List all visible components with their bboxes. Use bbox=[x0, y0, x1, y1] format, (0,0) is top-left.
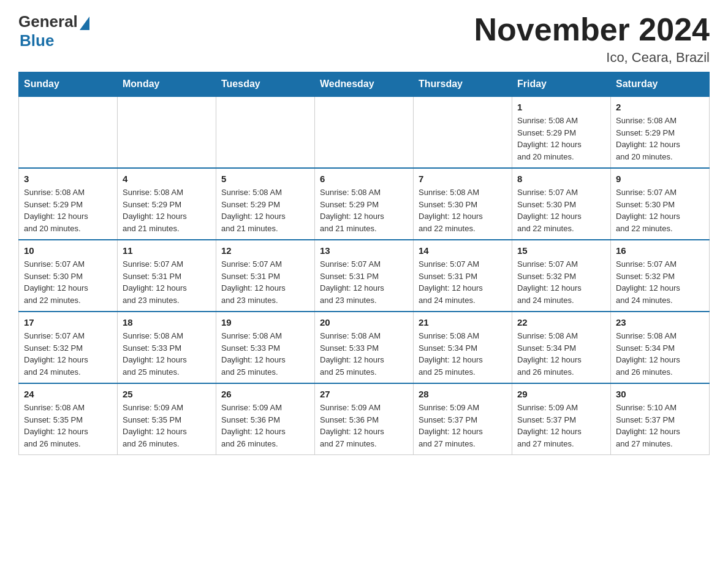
day-info: Sunrise: 5:09 AM Sunset: 5:37 PM Dayligh… bbox=[419, 402, 507, 450]
day-info: Sunrise: 5:08 AM Sunset: 5:30 PM Dayligh… bbox=[419, 186, 507, 234]
calendar-cell: 25Sunrise: 5:09 AM Sunset: 5:35 PM Dayli… bbox=[118, 383, 216, 455]
weekday-header-thursday: Thursday bbox=[414, 72, 512, 97]
day-info: Sunrise: 5:08 AM Sunset: 5:34 PM Dayligh… bbox=[517, 330, 605, 378]
day-info: Sunrise: 5:08 AM Sunset: 5:33 PM Dayligh… bbox=[123, 330, 211, 378]
day-number: 24 bbox=[24, 389, 112, 399]
day-number: 25 bbox=[123, 389, 211, 399]
calendar-week-row: 24Sunrise: 5:08 AM Sunset: 5:35 PM Dayli… bbox=[19, 383, 710, 455]
calendar-cell: 7Sunrise: 5:08 AM Sunset: 5:30 PM Daylig… bbox=[414, 168, 512, 240]
day-info: Sunrise: 5:07 AM Sunset: 5:31 PM Dayligh… bbox=[320, 258, 408, 306]
day-number: 28 bbox=[419, 389, 507, 399]
logo-blue-text: Blue bbox=[20, 31, 54, 50]
day-number: 30 bbox=[616, 389, 704, 399]
calendar-cell: 5Sunrise: 5:08 AM Sunset: 5:29 PM Daylig… bbox=[216, 168, 315, 240]
calendar-cell: 1Sunrise: 5:08 AM Sunset: 5:29 PM Daylig… bbox=[512, 96, 611, 168]
calendar-cell: 27Sunrise: 5:09 AM Sunset: 5:36 PM Dayli… bbox=[315, 383, 414, 455]
day-info: Sunrise: 5:08 AM Sunset: 5:34 PM Dayligh… bbox=[419, 330, 507, 378]
day-info: Sunrise: 5:09 AM Sunset: 5:35 PM Dayligh… bbox=[123, 402, 211, 450]
calendar-cell bbox=[315, 96, 414, 168]
calendar-cell: 20Sunrise: 5:08 AM Sunset: 5:33 PM Dayli… bbox=[315, 312, 414, 383]
day-number: 20 bbox=[320, 317, 408, 327]
day-number: 21 bbox=[419, 317, 507, 327]
calendar-cell: 18Sunrise: 5:08 AM Sunset: 5:33 PM Dayli… bbox=[118, 312, 216, 383]
weekday-header-saturday: Saturday bbox=[611, 72, 710, 97]
day-number: 16 bbox=[616, 245, 704, 256]
day-number: 7 bbox=[419, 174, 507, 184]
calendar-cell: 28Sunrise: 5:09 AM Sunset: 5:37 PM Dayli… bbox=[414, 383, 512, 455]
calendar-cell: 2Sunrise: 5:08 AM Sunset: 5:29 PM Daylig… bbox=[611, 96, 710, 168]
calendar-cell: 11Sunrise: 5:07 AM Sunset: 5:31 PM Dayli… bbox=[118, 240, 216, 312]
day-info: Sunrise: 5:07 AM Sunset: 5:31 PM Dayligh… bbox=[123, 258, 211, 306]
calendar-cell bbox=[216, 96, 315, 168]
weekday-header-monday: Monday bbox=[118, 72, 216, 97]
day-number: 15 bbox=[517, 245, 605, 256]
calendar-week-row: 10Sunrise: 5:07 AM Sunset: 5:30 PM Dayli… bbox=[19, 240, 710, 312]
calendar-cell bbox=[19, 96, 118, 168]
day-info: Sunrise: 5:08 AM Sunset: 5:29 PM Dayligh… bbox=[616, 115, 704, 163]
calendar-cell: 21Sunrise: 5:08 AM Sunset: 5:34 PM Dayli… bbox=[414, 312, 512, 383]
day-info: Sunrise: 5:07 AM Sunset: 5:32 PM Dayligh… bbox=[616, 258, 704, 306]
day-number: 2 bbox=[616, 102, 704, 112]
day-info: Sunrise: 5:07 AM Sunset: 5:32 PM Dayligh… bbox=[24, 330, 112, 378]
calendar-cell: 15Sunrise: 5:07 AM Sunset: 5:32 PM Dayli… bbox=[512, 240, 611, 312]
calendar-week-row: 17Sunrise: 5:07 AM Sunset: 5:32 PM Dayli… bbox=[19, 312, 710, 383]
day-info: Sunrise: 5:08 AM Sunset: 5:34 PM Dayligh… bbox=[616, 330, 704, 378]
day-info: Sunrise: 5:08 AM Sunset: 5:29 PM Dayligh… bbox=[123, 186, 211, 234]
day-number: 4 bbox=[123, 174, 211, 184]
day-number: 13 bbox=[320, 245, 408, 256]
day-number: 5 bbox=[221, 174, 309, 184]
calendar-cell: 3Sunrise: 5:08 AM Sunset: 5:29 PM Daylig… bbox=[19, 168, 118, 240]
day-number: 29 bbox=[517, 389, 605, 399]
day-info: Sunrise: 5:07 AM Sunset: 5:31 PM Dayligh… bbox=[419, 258, 507, 306]
day-number: 27 bbox=[320, 389, 408, 399]
calendar-cell: 8Sunrise: 5:07 AM Sunset: 5:30 PM Daylig… bbox=[512, 168, 611, 240]
calendar-cell: 24Sunrise: 5:08 AM Sunset: 5:35 PM Dayli… bbox=[19, 383, 118, 455]
logo: General Blue bbox=[18, 12, 89, 50]
day-number: 10 bbox=[24, 245, 112, 256]
day-info: Sunrise: 5:10 AM Sunset: 5:37 PM Dayligh… bbox=[616, 402, 704, 450]
calendar-week-row: 1Sunrise: 5:08 AM Sunset: 5:29 PM Daylig… bbox=[19, 96, 710, 168]
calendar-cell bbox=[414, 96, 512, 168]
calendar-cell: 16Sunrise: 5:07 AM Sunset: 5:32 PM Dayli… bbox=[611, 240, 710, 312]
calendar-subtitle: Ico, Ceara, Brazil bbox=[474, 50, 710, 66]
day-number: 26 bbox=[221, 389, 309, 399]
day-number: 6 bbox=[320, 174, 408, 184]
day-info: Sunrise: 5:08 AM Sunset: 5:29 PM Dayligh… bbox=[517, 115, 605, 163]
day-number: 3 bbox=[24, 174, 112, 184]
calendar-cell: 10Sunrise: 5:07 AM Sunset: 5:30 PM Dayli… bbox=[19, 240, 118, 312]
calendar-table: SundayMondayTuesdayWednesdayThursdayFrid… bbox=[18, 72, 710, 455]
day-number: 8 bbox=[517, 174, 605, 184]
day-number: 17 bbox=[24, 317, 112, 327]
page-header: General Blue November 2024 Ico, Ceara, B… bbox=[18, 12, 710, 66]
logo-triangle-icon bbox=[80, 17, 89, 30]
day-number: 22 bbox=[517, 317, 605, 327]
day-info: Sunrise: 5:08 AM Sunset: 5:29 PM Dayligh… bbox=[320, 186, 408, 234]
calendar-cell: 22Sunrise: 5:08 AM Sunset: 5:34 PM Dayli… bbox=[512, 312, 611, 383]
logo-general-text: General bbox=[18, 12, 78, 31]
weekday-header-friday: Friday bbox=[512, 72, 611, 97]
day-info: Sunrise: 5:08 AM Sunset: 5:33 PM Dayligh… bbox=[320, 330, 408, 378]
calendar-cell: 9Sunrise: 5:07 AM Sunset: 5:30 PM Daylig… bbox=[611, 168, 710, 240]
day-info: Sunrise: 5:08 AM Sunset: 5:35 PM Dayligh… bbox=[24, 402, 112, 450]
calendar-cell: 12Sunrise: 5:07 AM Sunset: 5:31 PM Dayli… bbox=[216, 240, 315, 312]
calendar-cell: 14Sunrise: 5:07 AM Sunset: 5:31 PM Dayli… bbox=[414, 240, 512, 312]
title-area: November 2024 Ico, Ceara, Brazil bbox=[474, 12, 710, 66]
weekday-header-sunday: Sunday bbox=[19, 72, 118, 97]
day-info: Sunrise: 5:07 AM Sunset: 5:30 PM Dayligh… bbox=[24, 258, 112, 306]
day-number: 19 bbox=[221, 317, 309, 327]
calendar-cell: 4Sunrise: 5:08 AM Sunset: 5:29 PM Daylig… bbox=[118, 168, 216, 240]
calendar-cell: 13Sunrise: 5:07 AM Sunset: 5:31 PM Dayli… bbox=[315, 240, 414, 312]
day-info: Sunrise: 5:07 AM Sunset: 5:31 PM Dayligh… bbox=[221, 258, 309, 306]
calendar-cell: 19Sunrise: 5:08 AM Sunset: 5:33 PM Dayli… bbox=[216, 312, 315, 383]
calendar-cell: 6Sunrise: 5:08 AM Sunset: 5:29 PM Daylig… bbox=[315, 168, 414, 240]
day-info: Sunrise: 5:07 AM Sunset: 5:30 PM Dayligh… bbox=[616, 186, 704, 234]
day-info: Sunrise: 5:08 AM Sunset: 5:29 PM Dayligh… bbox=[24, 186, 112, 234]
calendar-cell: 23Sunrise: 5:08 AM Sunset: 5:34 PM Dayli… bbox=[611, 312, 710, 383]
day-number: 14 bbox=[419, 245, 507, 256]
calendar-cell: 29Sunrise: 5:09 AM Sunset: 5:37 PM Dayli… bbox=[512, 383, 611, 455]
day-number: 18 bbox=[123, 317, 211, 327]
calendar-cell: 26Sunrise: 5:09 AM Sunset: 5:36 PM Dayli… bbox=[216, 383, 315, 455]
weekday-header-tuesday: Tuesday bbox=[216, 72, 315, 97]
day-number: 11 bbox=[123, 245, 211, 256]
calendar-week-row: 3Sunrise: 5:08 AM Sunset: 5:29 PM Daylig… bbox=[19, 168, 710, 240]
